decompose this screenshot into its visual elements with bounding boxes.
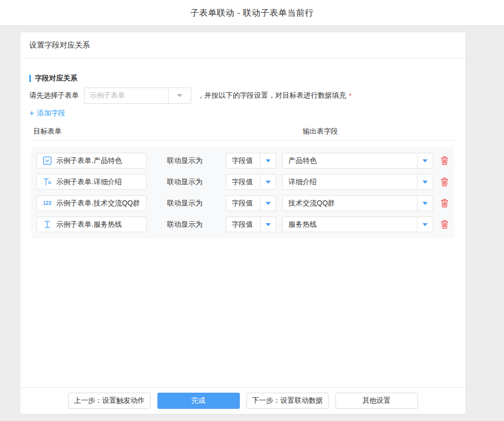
output-caret-zone[interactable] xyxy=(417,217,433,232)
required-asterisk: * xyxy=(349,92,351,100)
page-title: 子表单联动 - 联动子表单当前行 xyxy=(190,7,314,19)
card-footer: 上一步：设置触发动作 完成 下一步：设置联动数据 其他设置 xyxy=(20,387,466,414)
add-field-label: 添加字段 xyxy=(37,109,65,118)
settings-card: 设置字段对应关系 字段对应关系 请先选择子表单 示例子表单 ，并按以下的字段设置… xyxy=(20,32,466,414)
next-step-button[interactable]: 下一步：设置联动数据 xyxy=(246,393,329,409)
subform-hint: ，并按以下的字段设置，对目标表进行数据填充 xyxy=(197,91,346,100)
value-type-caret-zone[interactable] xyxy=(260,175,276,189)
text-field-icon xyxy=(41,220,53,229)
section-title: 字段对应关系 xyxy=(29,74,456,82)
output-field-select[interactable]: 产品特色 xyxy=(282,153,433,169)
delete-row-button[interactable] xyxy=(440,198,449,208)
card-body: 字段对应关系 请先选择子表单 示例子表单 ，并按以下的字段设置，对目标表进行数据… xyxy=(20,74,466,403)
column-header-target: 目标表单 xyxy=(33,127,62,136)
chevron-down-icon xyxy=(423,223,428,226)
target-field-name: 示例子表单.服务热线 xyxy=(56,220,122,229)
chevron-down-icon xyxy=(266,159,271,162)
select-field-icon xyxy=(41,156,53,165)
trash-icon xyxy=(440,220,449,229)
chevron-down-icon xyxy=(177,94,182,97)
target-field-name: 示例子表单.技术交流QQ群 xyxy=(56,199,140,208)
target-field-box[interactable]: 示例子表单.详细介绍 xyxy=(36,174,147,190)
columns-divider xyxy=(29,140,456,141)
chevron-down-icon xyxy=(423,159,428,162)
target-field-box[interactable]: 123 示例子表单.技术交流QQ群 xyxy=(36,195,147,211)
value-type-select[interactable]: 字段值 xyxy=(226,195,276,211)
output-field-value: 详细介绍 xyxy=(283,178,417,187)
value-type-select[interactable]: 字段值 xyxy=(226,174,276,190)
target-field-name: 示例子表单.产品特色 xyxy=(56,156,122,165)
card-header: 设置字段对应关系 xyxy=(20,32,466,58)
trash-icon xyxy=(440,156,449,165)
delete-row-button[interactable] xyxy=(440,220,449,229)
value-type-caret-zone[interactable] xyxy=(260,196,276,210)
value-type-select[interactable]: 字段值 xyxy=(226,153,276,169)
field-mapping-row: 示例子表单.服务热线 联动显示为 字段值 服务热线 xyxy=(36,217,454,232)
prev-step-button[interactable]: 上一步：设置触发动作 xyxy=(68,393,151,409)
chevron-down-icon xyxy=(423,181,428,184)
output-field-value: 产品特色 xyxy=(283,156,417,165)
chevron-down-icon xyxy=(266,223,271,226)
chevron-down-icon xyxy=(266,181,271,184)
link-display-label: 联动显示为 xyxy=(167,178,202,187)
value-type-value: 字段值 xyxy=(226,199,260,208)
output-caret-zone[interactable] xyxy=(417,175,433,189)
output-field-select[interactable]: 详细介绍 xyxy=(282,174,433,190)
subform-caret-zone[interactable] xyxy=(168,88,191,103)
value-type-value: 字段值 xyxy=(226,156,260,165)
output-field-value: 服务热线 xyxy=(283,220,417,229)
link-display-label: 联动显示为 xyxy=(167,156,202,165)
value-type-caret-zone[interactable] xyxy=(260,217,276,232)
delete-row-button[interactable] xyxy=(440,156,449,165)
link-display-label: 联动显示为 xyxy=(167,199,202,208)
value-type-select[interactable]: 字段值 xyxy=(226,217,276,232)
number-field-icon: 123 xyxy=(41,200,53,206)
plus-icon: + xyxy=(29,110,34,117)
columns-header-row: 目标表单 输出表字段 xyxy=(29,127,456,136)
chevron-down-icon xyxy=(266,202,271,205)
section-marker xyxy=(29,75,31,82)
column-header-output: 输出表字段 xyxy=(303,127,338,136)
field-mapping-row: 123 示例子表单.技术交流QQ群 联动显示为 字段值 技术交流QQ群 xyxy=(36,195,454,211)
other-settings-button[interactable]: 其他设置 xyxy=(335,393,418,409)
card-title: 设置字段对应关系 xyxy=(29,40,90,50)
value-type-caret-zone[interactable] xyxy=(260,153,276,168)
target-field-box[interactable]: 示例子表单.服务热线 xyxy=(36,217,147,232)
output-caret-zone[interactable] xyxy=(417,196,433,210)
trash-icon xyxy=(440,177,449,187)
chevron-down-icon xyxy=(423,202,428,205)
link-display-label: 联动显示为 xyxy=(167,220,202,229)
target-field-name: 示例子表单.详细介绍 xyxy=(56,178,122,187)
subform-select-row: 请先选择子表单 示例子表单 ，并按以下的字段设置，对目标表进行数据填充 * xyxy=(29,88,456,104)
field-mapping-panel: 示例子表单.产品特色 联动显示为 字段值 产品特色 xyxy=(31,147,454,238)
value-type-value: 字段值 xyxy=(226,220,260,229)
target-field-box[interactable]: 示例子表单.产品特色 xyxy=(36,153,147,169)
add-field-button[interactable]: + 添加字段 xyxy=(29,109,65,118)
output-field-value: 技术交流QQ群 xyxy=(283,199,417,208)
output-field-select[interactable]: 技术交流QQ群 xyxy=(282,195,433,211)
textarea-field-icon xyxy=(41,178,53,186)
delete-row-button[interactable] xyxy=(440,177,449,187)
output-caret-zone[interactable] xyxy=(417,153,433,168)
field-mapping-row: 示例子表单.详细介绍 联动显示为 字段值 详细介绍 xyxy=(36,174,454,190)
field-mapping-row: 示例子表单.产品特色 联动显示为 字段值 产品特色 xyxy=(36,153,454,169)
finish-button[interactable]: 完成 xyxy=(157,393,240,409)
subform-select[interactable]: 示例子表单 xyxy=(84,88,191,104)
output-field-select[interactable]: 服务热线 xyxy=(282,217,433,232)
subform-label: 请先选择子表单 xyxy=(29,91,79,100)
section-title-text: 字段对应关系 xyxy=(35,74,77,83)
top-bar: 子表单联动 - 联动子表单当前行 xyxy=(0,0,504,26)
subform-select-value: 示例子表单 xyxy=(85,91,168,100)
trash-icon xyxy=(440,198,449,208)
value-type-value: 字段值 xyxy=(226,178,260,187)
